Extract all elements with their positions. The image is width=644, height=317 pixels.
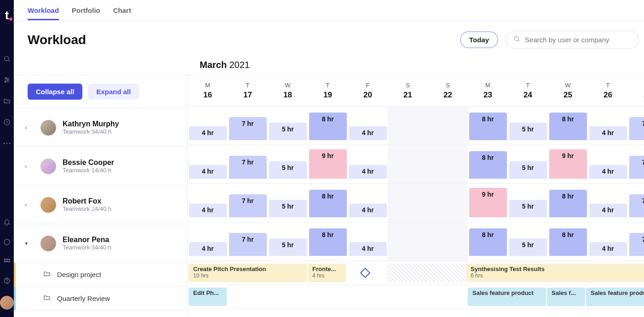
expand-all-button[interactable]: Expand all — [88, 84, 139, 100]
workload-cell[interactable]: 8 hr — [548, 222, 588, 260]
task-block[interactable]: Sales feature product — [468, 288, 546, 306]
workload-cell[interactable]: 8 hr — [548, 107, 588, 145]
folder-icon[interactable] — [3, 97, 11, 105]
workload-cell[interactable]: 8 hr — [468, 107, 508, 145]
search-icon — [513, 35, 520, 44]
workload-cell[interactable]: 7 hr — [628, 184, 644, 222]
milestone-icon[interactable] — [360, 267, 371, 278]
task-block[interactable]: Edit Ph... — [189, 288, 227, 306]
workload-cell[interactable] — [388, 107, 428, 145]
chevron-right-icon[interactable]: › — [25, 201, 34, 208]
workload-cell[interactable]: 4 hr — [348, 184, 388, 222]
chevron-right-icon[interactable]: › — [25, 163, 34, 170]
apps-icon[interactable] — [3, 257, 11, 266]
workload-cell[interactable]: 5 hr — [508, 184, 548, 222]
workload-cell[interactable]: 4 hr — [188, 184, 228, 222]
workload-cell[interactable]: 9 hr — [468, 184, 508, 222]
hours-bar: 4 hr — [349, 242, 387, 256]
workload-cell[interactable]: 5 hr — [508, 107, 548, 145]
workload-cell[interactable]: 5 hr — [508, 145, 548, 183]
workload-cell[interactable]: 7 hr — [628, 145, 644, 183]
workload-cell[interactable]: 8 hr — [468, 222, 508, 260]
workload-cell[interactable]: 8 hr — [308, 107, 348, 145]
today-button[interactable]: Today — [460, 31, 498, 48]
workload-cell[interactable]: 9 hr — [548, 145, 588, 183]
task-row: Edit Ph...Sales feature productSales f..… — [188, 285, 644, 309]
workload-cell[interactable]: 4 hr — [188, 145, 228, 183]
workload-cell[interactable] — [428, 145, 468, 183]
svg-point-6 — [7, 79, 9, 81]
workload-cell[interactable]: 8 hr — [468, 145, 508, 183]
workload-cell[interactable]: 4 hr — [348, 107, 388, 145]
workload-cell[interactable] — [428, 107, 468, 145]
workload-cell[interactable]: 4 hr — [188, 107, 228, 145]
workload-cell[interactable] — [428, 184, 468, 222]
workload-cell[interactable]: 4 hr — [348, 222, 388, 260]
tab-workload[interactable]: Workload — [28, 6, 59, 20]
workload-cell[interactable]: 4 hr — [588, 145, 628, 183]
user-row: ›Kathryn MurphyTeamwork 34/40 h — [14, 108, 187, 147]
task-block[interactable]: Fronte...4 hrs — [308, 264, 346, 282]
workload-cell[interactable] — [388, 145, 428, 183]
workload-cell[interactable]: 7 hr — [228, 184, 268, 222]
svg-rect-16 — [4, 261, 6, 262]
workload-cell[interactable]: 5 hr — [268, 184, 308, 222]
workload-cell[interactable]: 5 hr — [268, 107, 308, 145]
hours-bar: 7 hr — [629, 117, 644, 140]
chat-icon[interactable] — [3, 238, 11, 246]
svg-rect-13 — [4, 259, 6, 260]
hours-bar: 8 hr — [469, 113, 507, 140]
workload-cell[interactable]: 7 hr — [228, 107, 268, 145]
workload-cell[interactable]: 9 hr — [308, 145, 348, 183]
hours-bar: 5 hr — [509, 123, 547, 140]
workload-cell[interactable]: 4 hr — [348, 145, 388, 183]
help-icon[interactable] — [3, 277, 11, 285]
chevron-down-icon[interactable]: ▾ — [25, 240, 34, 247]
more-icon[interactable] — [3, 139, 11, 147]
workload-cell[interactable]: 4 hr — [588, 222, 628, 260]
workload-cell[interactable]: 7 hr — [228, 145, 268, 183]
current-user-avatar[interactable] — [0, 296, 14, 310]
workload-cell[interactable]: 8 hr — [548, 184, 588, 222]
tab-portfolio[interactable]: Portfolio — [72, 6, 100, 20]
hours-bar: 5 hr — [269, 238, 307, 256]
svg-rect-18 — [8, 261, 10, 262]
svg-rect-14 — [6, 259, 8, 260]
chevron-right-icon[interactable]: › — [25, 124, 34, 131]
hours-bar: 4 hr — [349, 126, 387, 140]
workload-cell[interactable]: 5 hr — [508, 222, 548, 260]
workload-cell[interactable]: 4 hr — [588, 107, 628, 145]
workload-cell[interactable]: 8 hr — [308, 184, 348, 222]
workload-cell[interactable]: 5 hr — [268, 145, 308, 183]
project-row[interactable]: Quarterly Review — [14, 287, 187, 311]
workload-cell[interactable]: 7 hr — [628, 107, 644, 145]
task-block[interactable]: Synthesising Test Results6 hrs — [466, 264, 644, 282]
workload-cell[interactable]: 8 hr — [308, 222, 348, 260]
search-icon[interactable] — [3, 55, 11, 63]
clock-icon[interactable] — [3, 118, 11, 126]
task-block[interactable]: Create Pitch Presentation10 hrs — [189, 264, 307, 282]
workload-cell[interactable]: 4 hr — [588, 184, 628, 222]
sliders-icon[interactable] — [3, 76, 11, 84]
search-box[interactable] — [506, 31, 639, 49]
workload-cell[interactable] — [388, 222, 428, 260]
workload-cell[interactable] — [428, 222, 468, 260]
hours-bar: 8 hr — [309, 190, 347, 217]
hours-bar: 7 hr — [629, 194, 644, 217]
workload-cell[interactable]: 4 hr — [188, 222, 228, 260]
folder-icon — [43, 270, 51, 279]
task-block[interactable]: Sales feature product — [586, 288, 644, 306]
workload-cell[interactable]: 7 hr — [628, 222, 644, 260]
workload-cell[interactable]: 7 hr — [228, 222, 268, 260]
hours-bar: 4 hr — [189, 165, 227, 179]
project-row[interactable]: Design project — [14, 263, 187, 287]
task-block[interactable]: Sales f... — [547, 288, 585, 306]
bell-icon[interactable] — [3, 219, 11, 227]
workload-cell[interactable]: 5 hr — [268, 222, 308, 260]
svg-point-11 — [9, 143, 11, 144]
search-input[interactable] — [525, 36, 631, 44]
hours-bar: 8 hr — [549, 228, 587, 256]
tab-chart[interactable]: Chart — [113, 6, 131, 20]
workload-cell[interactable] — [388, 184, 428, 222]
collapse-all-button[interactable]: Collapse all — [28, 84, 82, 100]
